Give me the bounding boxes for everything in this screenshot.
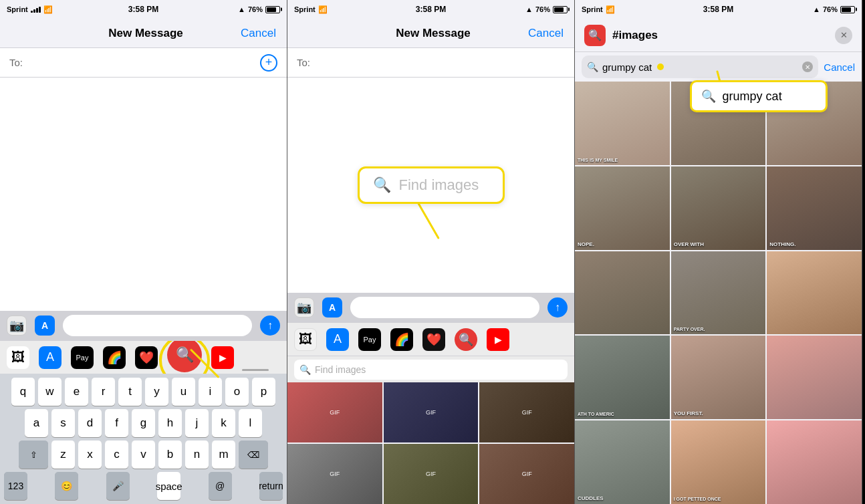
phone-2: Sprint 📶 3:58 PM ▲ 76% New Message Cance…: [287, 0, 575, 504]
send-button-2[interactable]: ↑: [547, 297, 568, 318]
gif-cell-1[interactable]: GIF: [287, 382, 382, 443]
search-query: grumpy cat: [602, 61, 652, 73]
signal-2-icon: 📶: [318, 5, 328, 14]
key-p[interactable]: p: [252, 378, 275, 406]
signal-icon: [31, 6, 41, 13]
cat-cell-10[interactable]: ATH TO AMERIC: [575, 336, 670, 419]
cat-cell-15[interactable]: [767, 420, 862, 504]
tray2-app[interactable]: A: [326, 328, 349, 351]
cat-cell-12[interactable]: [767, 336, 862, 419]
tray2-heart[interactable]: ❤️: [422, 328, 445, 351]
key-t[interactable]: t: [118, 378, 142, 406]
cat-cell-13[interactable]: CUDDLES: [575, 420, 670, 504]
appstore-icon-2[interactable]: A: [322, 297, 342, 318]
tray-colorful-icon[interactable]: 🌈: [103, 346, 126, 369]
key-y[interactable]: y: [145, 378, 168, 406]
search-clear-button[interactable]: ✕: [802, 61, 813, 72]
key-s[interactable]: s: [51, 409, 75, 437]
images-close-button[interactable]: ✕: [835, 27, 852, 44]
cat-cell-1[interactable]: THIS IS MY SMILE: [575, 82, 670, 165]
find-search-input[interactable]: 🔍 Find images: [294, 360, 568, 380]
search-annotation-text: grumpy cat: [723, 90, 782, 104]
camera-icon[interactable]: 📷: [7, 316, 27, 336]
gif-cell-5[interactable]: GIF: [384, 444, 479, 504]
cat-cell-7[interactable]: [575, 251, 670, 335]
gif-cell-3[interactable]: GIF: [479, 382, 574, 443]
key-q[interactable]: q: [11, 378, 35, 406]
cat-cell-11[interactable]: YOU FIRST.: [671, 336, 766, 419]
cancel-button-2[interactable]: Cancel: [528, 27, 564, 40]
keyboard-row-4: 123 😊 🎤 space @ return: [3, 472, 284, 500]
cat-cell-9[interactable]: [767, 251, 862, 335]
tray-search-icon-wrap: 🔍: [167, 343, 202, 372]
to-field-1: To: +: [0, 48, 287, 78]
status-bar-2: Sprint 📶 3:58 PM ▲ 76%: [287, 0, 574, 19]
cat-cell-6[interactable]: NOTHING.: [767, 166, 862, 250]
gif-cell-6[interactable]: GIF: [479, 444, 574, 504]
tray-appstore-icon[interactable]: A: [39, 346, 61, 369]
key-o[interactable]: o: [225, 378, 249, 406]
cancel-button-1[interactable]: Cancel: [241, 27, 276, 40]
key-emoji[interactable]: 😊: [55, 472, 78, 500]
find-images-search-box[interactable]: 🔍 Find images: [358, 166, 505, 204]
key-e[interactable]: e: [65, 378, 88, 406]
key-shift[interactable]: ⇧: [19, 440, 48, 469]
tray-search-images-icon[interactable]: 🔍: [167, 340, 202, 372]
key-i[interactable]: i: [199, 378, 222, 406]
gif-cell-4[interactable]: GIF: [287, 444, 382, 504]
gif-cell-2[interactable]: GIF: [384, 382, 479, 443]
key-n[interactable]: n: [185, 440, 209, 469]
search-annotation-box: 🔍 grumpy cat: [690, 80, 828, 112]
key-l[interactable]: l: [239, 409, 262, 437]
tray-applepay-icon[interactable]: Pay: [71, 346, 94, 369]
cat-cell-5[interactable]: OVER WITH: [671, 166, 766, 250]
search-input-wrap[interactable]: 🔍 grumpy cat ✕: [582, 55, 818, 78]
key-u[interactable]: u: [172, 378, 195, 406]
key-x[interactable]: x: [78, 440, 102, 469]
key-a[interactable]: a: [25, 409, 48, 437]
tray2-colorful[interactable]: 🌈: [390, 328, 413, 351]
key-at[interactable]: @: [209, 472, 232, 500]
cat-cell-4[interactable]: NOPE.: [575, 166, 670, 250]
key-k[interactable]: k: [212, 409, 235, 437]
key-c[interactable]: c: [105, 440, 128, 469]
tray-heart-icon[interactable]: ❤️: [135, 346, 158, 369]
key-return[interactable]: return: [259, 472, 283, 500]
appstore-icon[interactable]: A: [35, 316, 55, 336]
tray-photos-icon[interactable]: 🖼: [7, 346, 29, 369]
cat-cell-8[interactable]: PARTY OVER.: [671, 251, 766, 335]
key-j[interactable]: j: [185, 409, 209, 437]
message-input-2[interactable]: [350, 297, 539, 318]
wifi-icon: 📶: [43, 5, 53, 14]
find-images-label: Find images: [399, 176, 479, 194]
app-tray-1: 🖼 A Pay 🌈 ❤️ 🔍 ▶: [0, 340, 287, 374]
key-m[interactable]: m: [212, 440, 235, 469]
key-h[interactable]: h: [158, 409, 182, 437]
location-3-icon: ▲: [813, 5, 820, 13]
key-f[interactable]: f: [105, 409, 128, 437]
key-r[interactable]: r: [92, 378, 115, 406]
key-w[interactable]: w: [38, 378, 61, 406]
nav-bar-1: New Message Cancel: [0, 19, 287, 48]
key-b[interactable]: b: [158, 440, 182, 469]
tray2-photos[interactable]: 🖼: [294, 328, 317, 351]
tray2-pay[interactable]: Pay: [358, 328, 381, 351]
key-space[interactable]: space: [157, 472, 180, 500]
key-z[interactable]: z: [51, 440, 75, 469]
key-g[interactable]: g: [132, 409, 155, 437]
camera-icon-2[interactable]: 📷: [294, 297, 314, 318]
status-bar-1: Sprint 📶 3:58 PM ▲ 76%: [0, 0, 287, 19]
tray2-search[interactable]: 🔍: [455, 328, 477, 351]
key-delete[interactable]: ⌫: [239, 440, 268, 469]
tray2-yt[interactable]: ▶: [487, 328, 509, 351]
search-cancel-button[interactable]: Cancel: [824, 61, 855, 73]
key-numbers[interactable]: 123: [4, 472, 27, 500]
send-button-1[interactable]: ↑: [260, 316, 280, 336]
key-mic[interactable]: 🎤: [106, 472, 130, 500]
tray-youtube-icon[interactable]: ▶: [211, 346, 234, 369]
key-d[interactable]: d: [78, 409, 102, 437]
message-input-1[interactable]: [63, 315, 252, 336]
key-v[interactable]: v: [132, 440, 155, 469]
add-recipient-button[interactable]: +: [260, 54, 277, 72]
cat-cell-14[interactable]: I GOT PETTED ONCE: [671, 420, 766, 504]
